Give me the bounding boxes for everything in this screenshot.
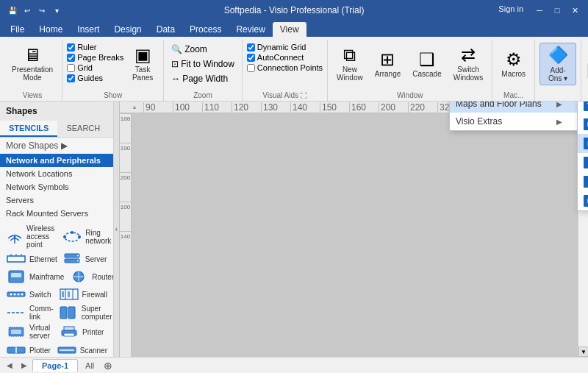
new-window-button[interactable]: ⧉ NewWindow [332, 43, 368, 85]
shape-row-2: Ethernet Server [3, 250, 110, 268]
new-window-label: NewWindow [337, 65, 363, 82]
page-next-btn[interactable]: ▶ [18, 360, 31, 372]
addons-content: 🔷 Add-Ons ▾ [539, 43, 576, 96]
ribbon-group-addons: 🔷 Add-Ons ▾ [535, 40, 581, 101]
zoom-button[interactable]: 🔍 Zoom [168, 43, 237, 56]
enable-space-plan-item[interactable]: E Enable Space Plan [578, 134, 588, 153]
grid-checkbox[interactable]: Grid [67, 63, 123, 72]
customize-icon[interactable]: ▾ [50, 4, 63, 17]
refresh-data-item[interactable]: R Refresh Data [578, 191, 588, 210]
cascade-label: Cascade [412, 70, 441, 78]
svg-rect-27 [62, 291, 64, 297]
svg-rect-30 [60, 307, 67, 319]
nav-servers[interactable]: Servers [0, 193, 113, 207]
tab-process[interactable]: Process [182, 22, 229, 37]
virtualserver-label: Virtual server [29, 324, 54, 340]
color-values-item[interactable]: V Color by Values... [578, 102, 588, 115]
tab-data[interactable]: Data [149, 22, 182, 37]
ruler-mark-v: 100 [120, 202, 131, 231]
autoconnect-checkbox[interactable]: AutoConnect [247, 53, 323, 62]
close-button[interactable]: ✕ [567, 4, 582, 16]
redo-icon[interactable]: ↪ [35, 4, 49, 17]
scroll-down-btn[interactable]: ▼ [578, 347, 588, 357]
page-prev-btn[interactable]: ◀ [3, 360, 16, 372]
firewall-label: Firewall [82, 291, 107, 299]
save-icon[interactable]: 💾 [6, 4, 19, 17]
tab-search[interactable]: SEARCH [57, 121, 109, 137]
guides-checkbox[interactable]: Guides [67, 74, 123, 82]
dynamic-grid-checkbox[interactable]: Dynamic Grid [247, 43, 323, 51]
ring-icon [62, 230, 82, 244]
page-all-btn[interactable]: All [79, 360, 100, 372]
presentation-mode-button[interactable]: 🖥 PresentationMode [7, 43, 57, 85]
page-width-button[interactable]: ↔ Page Width [168, 72, 237, 85]
shape-supercomputer[interactable]: Supercomputer [58, 305, 112, 321]
tab-insert[interactable]: Insert [70, 22, 107, 37]
shape-server[interactable]: Server [62, 252, 107, 266]
tab-stencils[interactable]: STENCILS [0, 121, 57, 137]
ruler-mark: 150 [320, 102, 349, 113]
addons-button[interactable]: 🔷 Add-Ons ▾ [539, 43, 576, 85]
label-shapes-item[interactable]: L Label Shapes... [578, 172, 588, 191]
shape-plotter[interactable]: Plotter [6, 343, 52, 357]
plotter-label: Plotter [29, 347, 51, 355]
maps-floor-plans-item[interactable]: Maps and Floor Plans ▶ V Color by Values… [450, 102, 577, 113]
ruler-checkbox[interactable]: Ruler [67, 43, 123, 51]
ruler-mark: 110 [202, 102, 232, 113]
shape-router[interactable]: Router [68, 269, 113, 284]
restore-button[interactable]: □ [550, 4, 564, 16]
more-shapes-section[interactable]: More Shapes ▶ [0, 138, 113, 154]
cascade-button[interactable]: ❑ Cascade [408, 43, 445, 85]
visio-extras-item[interactable]: Visio Extras ▶ [450, 113, 577, 130]
shape-ethernet[interactable]: Ethernet [6, 252, 57, 266]
nav-network-locations[interactable]: Network Locations [0, 167, 113, 180]
nav-network-symbols[interactable]: Network Symbols [0, 180, 113, 193]
printer-icon [59, 324, 79, 339]
virtualserver-icon [6, 324, 26, 339]
canvas-area: ▲ 90 100 110 120 130 140 150 160 200 220… [120, 102, 588, 357]
connection-points-checkbox[interactable]: Connection Points [247, 63, 323, 72]
shape-commlink[interactable]: Comm-link [6, 305, 54, 321]
disable-space-plan-item[interactable]: D Disable Space Plan [578, 115, 588, 134]
nav-network-peripherals[interactable]: Network and Peripherals [0, 154, 113, 167]
shape-virtualserver[interactable]: Virtual server [6, 324, 54, 340]
shape-scanner[interactable]: Scanner [57, 343, 107, 357]
shape-firewall[interactable]: Firewall [59, 287, 107, 302]
task-panes-button[interactable]: ▣ TaskPanes [126, 43, 159, 85]
arrange-button[interactable]: ⊞ Arrange [370, 43, 406, 85]
firewall-icon [59, 287, 79, 302]
ruler-mark: 220 [408, 102, 437, 113]
sidebar-collapse-handle[interactable]: ‹ [114, 102, 120, 357]
switch-label: Switch [29, 291, 51, 299]
nav-rack-servers[interactable]: Rack Mounted Servers [0, 207, 113, 220]
app-title: Softpedia - Visio Professional (Trial) [224, 5, 365, 15]
tab-file[interactable]: File [3, 22, 32, 37]
switch-windows-button[interactable]: ⇄ SwitchWindows [449, 43, 488, 85]
page-breaks-checkbox[interactable]: Page Breaks [67, 53, 123, 62]
zoom-icon: 🔍 [171, 44, 182, 54]
more-shapes-label: More Shapes [6, 141, 58, 151]
tab-review[interactable]: Review [229, 22, 272, 37]
page-tab-1[interactable]: Page-1 [32, 359, 78, 372]
undo-icon[interactable]: ↩ [21, 4, 34, 17]
switch-windows-icon: ⇄ [461, 46, 476, 64]
shape-wireless[interactable]: Wirelessaccess point [6, 224, 57, 249]
svg-rect-36 [64, 333, 74, 336]
svg-rect-31 [68, 307, 75, 319]
shape-ring[interactable]: Ring network [62, 229, 111, 245]
shape-switch[interactable]: Switch [6, 287, 54, 302]
signin-button[interactable]: Sign in [498, 4, 523, 16]
import-data-item[interactable]: I Import Data... [578, 153, 588, 172]
shape-mainframe[interactable]: Mainframe [6, 269, 64, 284]
tab-design[interactable]: Design [107, 22, 148, 37]
macros-button[interactable]: ⚙ Macros [497, 43, 530, 85]
shape-printer[interactable]: Printer [59, 324, 107, 339]
router-label: Router [92, 273, 113, 281]
fit-window-button[interactable]: ⊡ Fit to Window [168, 57, 237, 71]
tab-view[interactable]: View [273, 22, 306, 37]
show-content: Ruler Page Breaks Grid Guides ▣ TaskPane… [67, 43, 159, 88]
tab-home[interactable]: Home [32, 22, 70, 37]
minimize-button[interactable]: ─ [532, 4, 547, 16]
page-add-btn[interactable]: ⊕ [101, 360, 115, 372]
svg-point-3 [71, 231, 74, 234]
